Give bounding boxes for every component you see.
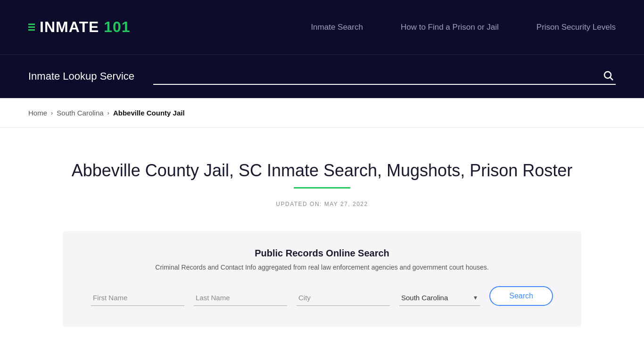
breadcrumb: Home › South Carolina › Abbeville County… (0, 99, 644, 127)
nav-security-levels[interactable]: Prison Security Levels (537, 23, 616, 32)
search-submit-button[interactable] (601, 68, 616, 84)
page-title: Abbeville County Jail, SC Inmate Search,… (28, 161, 616, 181)
public-records-box: Public Records Online Search Criminal Re… (63, 231, 581, 327)
breadcrumb-chevron-2: › (107, 109, 109, 116)
nav-links: Inmate Search How to Find a Prison or Ja… (311, 23, 616, 32)
logo-text: INMATE 101 (40, 18, 131, 36)
search-icon (603, 70, 614, 81)
service-label: Inmate Lookup Service (28, 70, 134, 82)
state-select[interactable]: AlabamaAlaskaArizonaArkansasCaliforniaCo… (399, 290, 480, 306)
search-input[interactable] (153, 68, 616, 84)
city-field (297, 290, 390, 306)
svg-point-0 (604, 72, 611, 78)
first-name-field (91, 290, 184, 306)
first-name-input[interactable] (91, 290, 184, 306)
logo[interactable]: INMATE 101 (28, 18, 131, 36)
search-button[interactable]: Search (489, 286, 553, 306)
last-name-field (194, 290, 287, 306)
public-records-title: Public Records Online Search (91, 248, 553, 259)
breadcrumb-home[interactable]: Home (28, 109, 47, 117)
logo-bars-icon (28, 24, 35, 31)
main-content: Abbeville County Jail, SC Inmate Search,… (0, 142, 644, 327)
title-underline (294, 187, 350, 189)
public-records-subtitle: Criminal Records and Contact Info aggreg… (91, 263, 553, 271)
search-input-wrapper (153, 68, 616, 85)
search-form: AlabamaAlaskaArizonaArkansasCaliforniaCo… (91, 286, 553, 306)
search-section: Inmate Lookup Service (0, 54, 644, 98)
svg-line-1 (611, 77, 613, 80)
top-navigation: INMATE 101 Inmate Search How to Find a P… (0, 0, 644, 54)
breadcrumb-divider (0, 127, 644, 128)
breadcrumb-chevron-1: › (51, 109, 53, 116)
last-name-input[interactable] (194, 290, 287, 306)
updated-label: UPDATED ON: MAY 27, 2022 (28, 201, 616, 207)
breadcrumb-current: Abbeville County Jail (113, 109, 185, 117)
nav-inmate-search[interactable]: Inmate Search (311, 23, 363, 32)
nav-how-to-find[interactable]: How to Find a Prison or Jail (401, 23, 499, 32)
state-select-wrapper: AlabamaAlaskaArizonaArkansasCaliforniaCo… (399, 290, 480, 306)
city-input[interactable] (297, 290, 390, 306)
breadcrumb-state[interactable]: South Carolina (57, 109, 103, 117)
